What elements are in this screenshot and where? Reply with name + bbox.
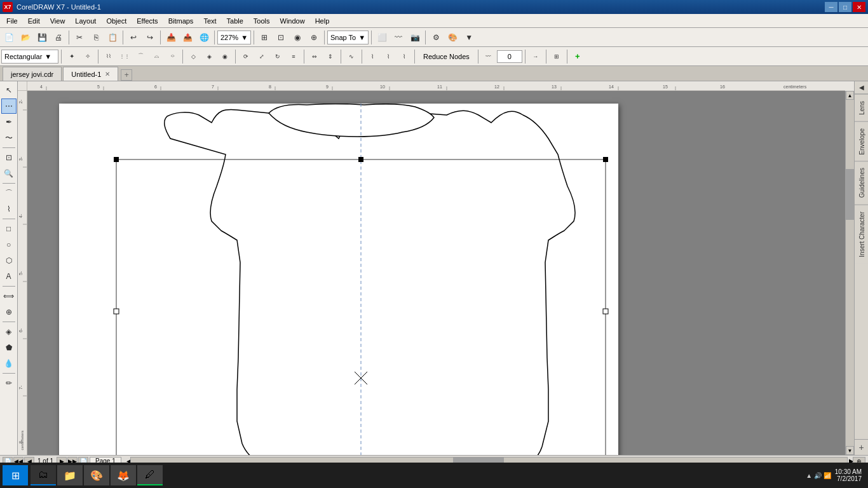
stretch-btn[interactable]: ⤢	[254, 49, 269, 64]
polygon-tool[interactable]: ⬡	[1, 253, 17, 268]
node-sharp-btn[interactable]: ◇	[186, 49, 201, 64]
ellipse-tool[interactable]: ○	[1, 237, 17, 252]
scroll-thumb[interactable]	[846, 169, 854, 220]
join-node-btn[interactable]: ⌇⌇	[101, 49, 116, 64]
menu-item-table[interactable]: Table	[222, 16, 248, 26]
smear-tool[interactable]: 〜	[1, 130, 17, 146]
scroll-up-button[interactable]: ▲	[846, 91, 854, 100]
reverse-curve-btn[interactable]: ⟳	[238, 49, 254, 64]
taskbar-paint[interactable]: 🎨	[84, 465, 109, 485]
tab-untitled[interactable]: Untitled-1 ✕	[63, 67, 118, 81]
open-button[interactable]: 📂	[18, 30, 33, 45]
smart-fill-tool[interactable]: ⬟	[1, 340, 17, 355]
zoom-dropdown[interactable]: 227% ▼	[217, 30, 251, 44]
parallel-dim-tool[interactable]: ⟺	[1, 288, 17, 304]
new-button[interactable]: 📄	[1, 30, 17, 45]
start-button[interactable]: ⊞	[3, 465, 28, 485]
titlebar-controls[interactable]: ─ □ ✕	[825, 2, 865, 12]
node-grid-btn[interactable]: ⊞	[549, 49, 564, 64]
curve-btn1[interactable]: ⌇	[365, 49, 380, 64]
insert-character-tab[interactable]: Insert Character	[855, 205, 868, 264]
snap-to-grid[interactable]: ⊡	[273, 30, 288, 45]
drawing-canvas[interactable]	[27, 91, 845, 455]
text-tool[interactable]: A	[1, 269, 17, 284]
node-curve-btn3[interactable]: ⌔	[165, 49, 180, 64]
smart-draw-tool[interactable]: ⌇	[1, 201, 17, 217]
menu-item-help[interactable]: Help	[310, 16, 335, 26]
curve-btn3[interactable]: ⌇	[397, 49, 412, 64]
node-type-dropdown[interactable]: Rectangular ▼	[1, 50, 58, 64]
taskbar-files[interactable]: 📁	[57, 465, 83, 485]
restore-button[interactable]: □	[839, 2, 851, 12]
view-btn3[interactable]: 📷	[407, 30, 423, 45]
tab-close-icon[interactable]: ✕	[105, 71, 110, 78]
taskbar-coreldraw[interactable]: 🖊	[137, 465, 163, 485]
menu-item-object[interactable]: Object	[101, 16, 132, 26]
scroll-down-button[interactable]: ▼	[846, 446, 854, 455]
h-reflect-btn[interactable]: ⇔	[307, 49, 322, 64]
align-nodes-btn[interactable]: ≡	[286, 49, 301, 64]
select-tool[interactable]: ↖	[1, 83, 17, 98]
snap-to-dropdown[interactable]: Snap To ▼	[327, 30, 369, 44]
undo-button[interactable]: ↩	[126, 30, 141, 45]
minimize-button[interactable]: ─	[825, 2, 837, 12]
cut-button[interactable]: ✂	[72, 30, 87, 45]
fill-tool[interactable]: ◈	[1, 324, 17, 339]
rect-tool[interactable]: □	[1, 221, 17, 236]
options-btn[interactable]: ⚙	[428, 30, 444, 45]
redo-button[interactable]: ↪	[142, 30, 158, 45]
vertical-scrollbar[interactable]: ▲ ▼	[845, 91, 854, 455]
zoom-tool[interactable]: 🔍	[1, 166, 17, 181]
lens-tab[interactable]: Lens	[855, 94, 868, 121]
copy-button[interactable]: ⎘	[88, 30, 104, 45]
snap-btn3[interactable]: ⊕	[306, 30, 322, 45]
scroll-track[interactable]	[846, 100, 854, 446]
paste-button[interactable]: 📋	[105, 30, 120, 45]
eyedropper-tool[interactable]: 💧	[1, 356, 17, 371]
node-curve-btn1[interactable]: ⌒	[133, 49, 148, 64]
del-node-btn[interactable]: ✧	[80, 49, 95, 64]
curve-tool[interactable]: ⌒	[1, 186, 17, 201]
envelope-tab[interactable]: Envelope	[855, 121, 868, 161]
add-btn[interactable]: +	[570, 49, 585, 64]
pub-button[interactable]: 🌐	[196, 30, 212, 45]
crop-tool[interactable]: ⊡	[1, 150, 17, 165]
menu-item-file[interactable]: File	[1, 16, 23, 26]
menu-item-view[interactable]: View	[45, 16, 71, 26]
guidelines-tab[interactable]: Guidelines	[855, 161, 868, 204]
add-node-btn[interactable]: ✦	[64, 49, 79, 64]
outline-tool[interactable]: ✏	[1, 376, 17, 391]
panel-add-btn[interactable]: +	[855, 439, 868, 455]
reduce-nodes-button[interactable]: Reduce Nodes	[417, 49, 475, 64]
shape-tool[interactable]: ⋯	[1, 98, 17, 114]
node-smooth-btn[interactable]: ◈	[201, 49, 217, 64]
view-btn2[interactable]: 〰	[391, 30, 406, 45]
snap-toggle[interactable]: ⊞	[257, 30, 272, 45]
rotate-btn[interactable]: ↻	[270, 49, 285, 64]
save-button[interactable]: 💾	[34, 30, 50, 45]
view-btn1[interactable]: ⬜	[374, 30, 390, 45]
close-button[interactable]: ✕	[853, 2, 865, 12]
import-button[interactable]: 📥	[163, 30, 179, 45]
taskbar-firefox[interactable]: 🦊	[111, 465, 136, 485]
node-sym-btn[interactable]: ◉	[217, 49, 233, 64]
arrow-btn[interactable]: →	[528, 49, 543, 64]
curve-btn2[interactable]: ⌇	[381, 49, 396, 64]
break-node-btn[interactable]: ⋮⋮	[117, 49, 132, 64]
elastic-mode-btn[interactable]: ∿	[344, 49, 359, 64]
menu-item-effects[interactable]: Effects	[132, 16, 163, 26]
menu-item-window[interactable]: Window	[275, 16, 310, 26]
freehand-tool[interactable]: ✒	[1, 114, 17, 130]
menu-item-bitmaps[interactable]: Bitmaps	[163, 16, 199, 26]
node-curve-btn2[interactable]: ⌓	[149, 49, 164, 64]
v-reflect-btn[interactable]: ⇕	[323, 49, 338, 64]
new-tab-button[interactable]: +	[121, 69, 132, 81]
export-button[interactable]: 📤	[180, 30, 195, 45]
menu-item-edit[interactable]: Edit	[23, 16, 45, 26]
snap-btn2[interactable]: ◉	[290, 30, 305, 45]
node-count-input[interactable]	[497, 50, 522, 63]
tab-jersey[interactable]: jersey jovi.cdr	[3, 67, 62, 81]
extra-btn[interactable]: ▼	[461, 30, 477, 45]
menu-item-text[interactable]: Text	[198, 16, 221, 26]
connector-tool[interactable]: ⊕	[1, 304, 17, 320]
